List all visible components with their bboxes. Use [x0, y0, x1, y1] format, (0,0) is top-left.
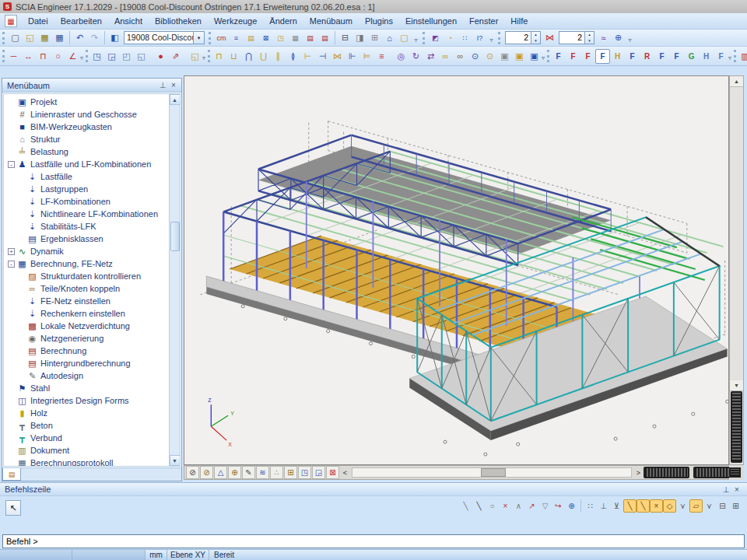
tree-item[interactable]: ⇣ Stabilitäts-LFK — [4, 220, 169, 233]
tree-expander[interactable] — [18, 273, 26, 280]
toolbar-grip[interactable] — [498, 32, 502, 44]
snap-node-icon[interactable]: ⊕ — [565, 499, 578, 513]
overflow-icon[interactable]: ▿ — [626, 31, 634, 45]
bill-of-material-icon[interactable]: ▤ — [244, 30, 258, 45]
new-file-icon[interactable]: ▢ — [8, 30, 23, 45]
view-axo-icon[interactable]: ⊠ — [326, 466, 339, 479]
tree-expander[interactable] — [8, 385, 16, 392]
copy-doc-icon[interactable]: ◳ — [273, 30, 288, 45]
tree-expander[interactable] — [8, 460, 16, 467]
menu-item[interactable]: Hilfe — [504, 15, 534, 27]
tree-item[interactable]: ▤ Ergebnisklassen — [4, 233, 169, 245]
tree-expander[interactable] — [8, 136, 16, 143]
calculator-icon[interactable]: ⊞ — [367, 30, 382, 45]
document-icon[interactable]: ▢ — [397, 30, 412, 45]
rotate-icon[interactable]: ↻ — [409, 49, 423, 64]
menu-item[interactable]: Ändern — [263, 15, 303, 27]
new-window-icon[interactable]: ◧ — [107, 30, 122, 45]
overflow-icon[interactable]: ▿ — [412, 31, 420, 45]
status-units[interactable]: mm — [146, 550, 167, 560]
member-op-icon[interactable]: ⊩ — [345, 49, 359, 64]
tree-item[interactable]: ⇣ Rechenkern einstellen — [4, 307, 169, 320]
filter-icon[interactable]: F — [625, 49, 640, 64]
rotate-wheel-horizontal-1[interactable] — [644, 467, 689, 478]
toolbar-grip[interactable] — [2, 32, 6, 44]
snap-line-icon[interactable]: ╲ — [459, 499, 472, 513]
overflow-icon[interactable]: ▿ — [728, 49, 731, 63]
tree-item[interactable]: ✎ Autodesign — [4, 369, 169, 382]
tree-expander[interactable] — [8, 422, 16, 429]
render-solid-icon[interactable]: ⊘ — [200, 466, 213, 479]
tree-expander[interactable] — [18, 186, 26, 193]
mesh-icon[interactable]: ▦ — [288, 30, 303, 45]
tree-item[interactable]: - ♟ Lastfälle und LF-Kombinationen — [4, 158, 169, 170]
scroll-up-icon[interactable]: ▲ — [170, 94, 181, 105]
tree-item[interactable]: ▤ Hintergrundberechnung — [4, 357, 169, 369]
circle-icon[interactable]: ○ — [51, 49, 65, 64]
display-scale-value[interactable]: 2 — [559, 31, 585, 44]
tree-item[interactable]: + ∿ Dynamik — [4, 245, 169, 257]
filter-icon[interactable]: F — [595, 49, 610, 64]
toolbar-grip[interactable] — [209, 32, 212, 44]
text-scale-icon[interactable]: I? — [472, 30, 487, 45]
snap-intersection-icon[interactable]: × — [650, 499, 663, 513]
rotate-wheel-stub[interactable] — [729, 467, 741, 478]
tree-expander[interactable] — [18, 360, 26, 367]
menu-item[interactable]: Plugins — [359, 15, 399, 27]
show-dots-icon[interactable]: ∴ — [270, 466, 283, 479]
load-scale-value[interactable]: 2 — [505, 31, 531, 44]
snap-endpoint-icon[interactable]: ╲ — [623, 499, 637, 513]
tree-expander[interactable] — [8, 124, 16, 131]
tree-expander[interactable] — [18, 211, 26, 218]
view-params-icon[interactable]: ◩ — [428, 30, 443, 45]
fly-mode-icon[interactable]: ⇗ — [168, 49, 183, 64]
snap-curve-icon[interactable]: ↪ — [552, 499, 565, 513]
tree-item[interactable]: ⇣ Lastgruppen — [4, 183, 169, 195]
member-op-icon[interactable]: ≡ — [374, 49, 389, 64]
filter-icon[interactable]: F — [654, 49, 669, 64]
tree-item[interactable]: # Linienraster und Geschosse — [4, 108, 169, 121]
tree-item[interactable]: ▥ Dokument — [4, 444, 169, 457]
tree-expander[interactable] — [8, 447, 16, 454]
gallery2-icon[interactable]: ▤ — [317, 30, 332, 45]
zoom-doc-icon[interactable]: ◔ — [443, 30, 458, 45]
filter-icon[interactable]: H — [699, 49, 714, 64]
copy-level-icon[interactable]: ▣ — [512, 49, 527, 64]
dimension-icon[interactable]: ↔ — [21, 49, 36, 64]
tree-item[interactable]: - ▦ Berechnung, FE-Netz — [4, 257, 169, 270]
open-project-folder-icon[interactable]: ◱ — [188, 49, 202, 64]
snap-cut-icon[interactable]: ⊻ — [610, 499, 623, 513]
menu-item[interactable]: Fenster — [463, 15, 504, 27]
tree-item[interactable]: ▤ Berechnung — [4, 345, 169, 357]
bracket-icon[interactable]: ⊓ — [36, 49, 51, 64]
member-op-icon[interactable]: ⊓ — [212, 49, 226, 64]
dot-grid-icon[interactable]: ∷ — [458, 30, 472, 45]
overflow-icon[interactable]: ▿ — [487, 31, 496, 45]
filter-icon[interactable]: G — [684, 49, 699, 64]
tree-item[interactable]: ╧ Belastung — [4, 145, 169, 158]
filter-icon[interactable]: F — [551, 49, 566, 64]
model-viewport[interactable]: Z Y X — [184, 75, 729, 465]
paste-special-icon[interactable]: ◲ — [104, 49, 119, 64]
tree-expander[interactable]: - — [8, 261, 15, 268]
snap-circle-icon[interactable]: ○ — [486, 499, 499, 513]
sidebar-tab-menubaum[interactable]: ▤ — [2, 468, 21, 481]
show-supports-icon[interactable]: △ — [214, 466, 227, 479]
viewport-vertical-scrollbar[interactable]: ▲ ▼ — [729, 75, 744, 465]
swap-icon[interactable]: ⇄ — [423, 49, 438, 64]
snap-ortho-icon[interactable]: ◇ — [663, 499, 676, 513]
toolbar-grip[interactable] — [208, 50, 210, 62]
snap-box-icon[interactable]: ⊟ — [716, 499, 729, 513]
menu-item[interactable]: Einstellungen — [399, 15, 463, 27]
snap-peak-icon[interactable]: ∧ — [512, 499, 525, 513]
line-icon[interactable]: ─ — [6, 49, 21, 64]
tree-item[interactable]: ┳ Verbund — [4, 432, 169, 444]
project-select-dropdown-icon[interactable]: ▾ — [194, 31, 205, 44]
copy-add-icon[interactable]: ◱ — [134, 49, 149, 64]
spin-up-icon[interactable]: ▴ — [531, 32, 540, 38]
tree-expander[interactable]: - — [8, 161, 15, 168]
tree-item[interactable]: ◉ Netzgenerierung — [4, 332, 169, 345]
overflow-icon[interactable]: ▿ — [202, 49, 205, 63]
tree-expander[interactable] — [8, 397, 16, 404]
filter-icon[interactable]: R — [640, 49, 654, 64]
